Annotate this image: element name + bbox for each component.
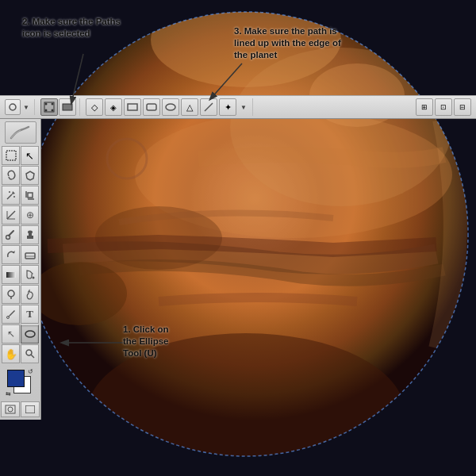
path-select-tool-btn[interactable]: ↖ (2, 324, 20, 344)
shape-dropdown-btn[interactable]: ▼ (238, 98, 249, 116)
annotation-step1-line3: Tool (U) (123, 347, 169, 359)
line-tool-btn[interactable] (200, 98, 217, 116)
svg-point-14 (52, 109, 54, 112)
tool-row-2 (2, 166, 39, 185)
svg-point-15 (45, 109, 48, 112)
color-swatch-area: ↺ ⇆ (2, 368, 39, 398)
svg-point-41 (32, 277, 34, 279)
svg-point-33 (6, 236, 10, 240)
tool-row-4: ⊕ (2, 205, 39, 225)
pen-path-btn[interactable]: ◇ (86, 98, 103, 116)
annotation-step2-line1: 2. Make sure the Paths (22, 16, 121, 28)
annotation-step2: 2. Make sure the Paths icon is selected (22, 16, 121, 40)
tool-row-10: ↖ (2, 324, 39, 344)
heal-tool-btn[interactable]: ⊕ (21, 205, 39, 225)
annotation-step3-line1: 3. Make sure the path is (234, 25, 341, 37)
svg-rect-18 (147, 104, 156, 110)
standard-screen-btn[interactable] (21, 401, 40, 417)
pen-freeform-btn[interactable]: ◈ (105, 98, 122, 116)
stamp-tool-btn[interactable] (21, 225, 39, 244)
svg-rect-38 (25, 253, 35, 259)
svg-point-19 (166, 104, 175, 110)
svg-point-49 (8, 407, 13, 412)
svg-point-6 (32, 262, 127, 325)
polygon-tool-btn[interactable]: △ (181, 98, 198, 116)
svg-point-45 (25, 331, 35, 337)
svg-point-25 (13, 196, 15, 198)
gradient-tool-btn[interactable] (2, 265, 20, 284)
svg-point-46 (26, 350, 32, 355)
shape-tools-group: ◇ ◈ △ ✦ ▼ (83, 98, 253, 116)
annotation-step1-line1: 1. Click on (123, 324, 169, 336)
burn-tool-btn[interactable] (21, 285, 39, 304)
slice-tool-btn[interactable] (2, 205, 20, 225)
ellipse-shape-tool-btn[interactable] (21, 324, 39, 344)
extra-tools-group (2, 401, 39, 417)
eraser-tool-btn[interactable] (21, 245, 39, 264)
right-btn-3[interactable]: ⊟ (454, 98, 471, 116)
annotation-step3: 3. Make sure the path is lined up with t… (234, 25, 341, 61)
left-toolbar: ↖ ⊕ (0, 119, 41, 420)
svg-line-47 (31, 355, 34, 358)
annotation-step3-line3: the planet (234, 49, 341, 61)
svg-rect-17 (128, 104, 137, 110)
annotation-step2-line2: icon is selected (22, 28, 121, 40)
pen-tool-btn[interactable] (2, 305, 20, 324)
svg-rect-40 (6, 272, 16, 278)
paint-bucket-btn[interactable] (21, 265, 39, 284)
tool-row-1: ↖ (2, 146, 39, 165)
paths-mode-btn[interactable] (40, 98, 58, 116)
marquee-tool-btn[interactable] (2, 146, 20, 165)
rounded-rect-tool-btn[interactable] (143, 98, 160, 116)
reset-colors-btn[interactable]: ↺ (28, 368, 36, 376)
tool-row-8 (2, 285, 39, 304)
svg-point-42 (8, 290, 14, 297)
tool-row-6 (2, 245, 39, 264)
tool-row-5 (2, 225, 39, 244)
svg-rect-21 (6, 151, 16, 160)
rect-tool-btn[interactable] (124, 98, 141, 116)
svg-line-32 (9, 231, 13, 236)
shape-layer-btn[interactable] (59, 98, 76, 116)
mars-planet (0, 0, 476, 476)
right-btn-2[interactable]: ⊡ (435, 98, 452, 116)
switch-colors-btn[interactable]: ⇆ (6, 390, 13, 398)
dropdown-arrow[interactable]: ▼ (21, 99, 31, 115)
svg-line-29 (7, 211, 15, 219)
svg-point-36 (28, 231, 33, 234)
top-options-toolbar: ▼ ◇ ◈ △ (0, 95, 476, 119)
history-brush-btn[interactable] (2, 245, 20, 264)
shape-circle-btn[interactable] (5, 99, 21, 115)
lasso-tool-btn[interactable] (2, 166, 20, 185)
annotation-step1-line2: the Ellipse (123, 336, 169, 347)
custom-shape-btn[interactable]: ✦ (219, 98, 236, 116)
right-btn-1[interactable]: ⊞ (416, 98, 433, 116)
poly-lasso-btn[interactable] (21, 166, 39, 185)
right-toolbar-group: ⊞ ⊡ ⊟ (416, 98, 471, 116)
dodge-tool-btn[interactable] (2, 285, 20, 304)
zoom-tool-btn[interactable] (21, 344, 39, 363)
foreground-color-swatch[interactable] (7, 370, 25, 387)
magic-wand-btn[interactable] (2, 186, 20, 205)
brush-tool-btn[interactable] (2, 225, 20, 244)
svg-point-13 (52, 103, 54, 106)
tool-row-9: T (2, 305, 39, 324)
annotation-step3-line2: lined up with the edge of (234, 37, 341, 49)
svg-point-12 (45, 103, 48, 106)
tool-row-3 (2, 186, 39, 205)
svg-line-20 (205, 103, 213, 111)
svg-rect-28 (28, 193, 33, 198)
tool-row-11: ✋ (2, 344, 39, 363)
path-mode-group (37, 98, 80, 116)
hand-tool-btn[interactable]: ✋ (2, 344, 20, 363)
tool-header-icon (2, 121, 39, 144)
move-tool-btn[interactable]: ↖ (21, 146, 39, 165)
shape-option-group: ▼ (5, 99, 35, 115)
svg-point-24 (9, 191, 10, 193)
svg-rect-16 (63, 104, 72, 110)
quick-mask-btn[interactable] (1, 401, 20, 417)
crop-tool-btn[interactable] (21, 186, 39, 205)
svg-rect-50 (25, 405, 35, 413)
type-tool-btn[interactable]: T (21, 305, 39, 324)
ellipse-tool-btn[interactable] (162, 98, 179, 116)
